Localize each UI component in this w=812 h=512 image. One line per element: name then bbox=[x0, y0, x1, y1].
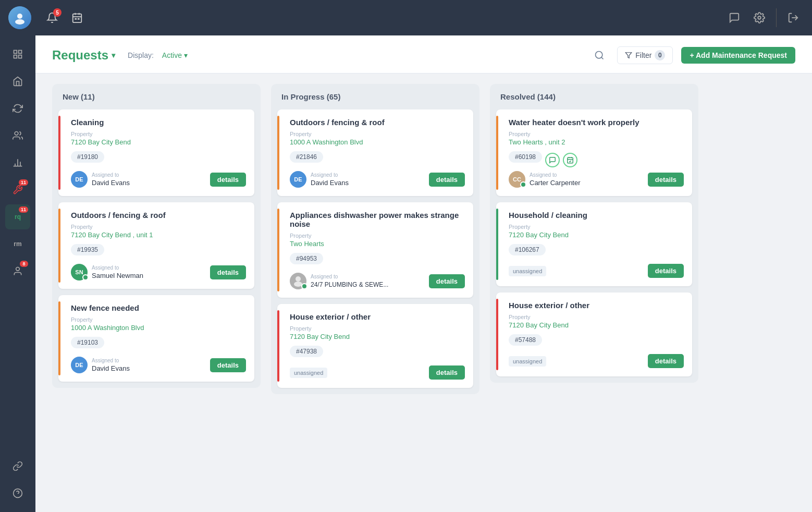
card-new-fence[interactable]: New fence needed Property 1000 A Washing… bbox=[58, 295, 254, 382]
search-button[interactable] bbox=[590, 46, 609, 65]
tools-badge: 11 bbox=[19, 179, 28, 186]
details-button[interactable]: details bbox=[210, 265, 246, 279]
app-body: 11 rq 11 rm 8 bbox=[0, 35, 812, 512]
card-appliances-dishwasher[interactable]: Appliances dishwasher power makes strang… bbox=[277, 202, 473, 298]
svg-rect-11 bbox=[19, 51, 22, 54]
details-button[interactable]: details bbox=[648, 173, 684, 187]
card-title: Appliances dishwasher power makes strang… bbox=[286, 211, 465, 228]
assigned-to: DE Assigned to David Evans bbox=[71, 171, 130, 188]
svg-rect-12 bbox=[19, 55, 22, 58]
card-house-exterior-inprogress[interactable]: House exterior / other Property 7120 Bay… bbox=[277, 304, 473, 388]
card-border bbox=[58, 209, 60, 283]
svg-rect-27 bbox=[568, 157, 573, 163]
page-title[interactable]: Requests ▾ bbox=[52, 48, 115, 63]
card-outdoors-fencing-2[interactable]: Outdoors / fencing & roof Property 1000 … bbox=[277, 109, 473, 196]
display-value[interactable]: Active ▾ bbox=[162, 51, 188, 59]
card-border bbox=[496, 299, 498, 370]
card-property-value: 1000 A Washington Blvd bbox=[286, 138, 465, 146]
card-property-value: 7120 Bay City Bend , unit 1 bbox=[67, 231, 246, 239]
details-button[interactable]: details bbox=[429, 173, 465, 187]
rq-badge: 11 bbox=[19, 206, 28, 213]
sidebar-item-home[interactable] bbox=[5, 69, 30, 94]
card-property-label: Property bbox=[286, 233, 465, 239]
card-badge: #60198 bbox=[509, 151, 542, 163]
card-household-cleaning[interactable]: Household / cleaning Property 7120 Bay C… bbox=[496, 202, 692, 286]
kanban-header-resolved: Resolved (144) bbox=[490, 84, 698, 109]
details-button[interactable]: details bbox=[210, 358, 246, 372]
details-button[interactable]: details bbox=[429, 365, 465, 380]
add-maintenance-request-button[interactable]: + Add Maintenance Request bbox=[681, 47, 795, 64]
card-property-label: Property bbox=[67, 131, 246, 137]
assignee-with-dot: CC bbox=[509, 171, 525, 188]
card-property-value: Two Hearts bbox=[286, 240, 465, 248]
kanban-column-inprogress: In Progress (65) Outdoors / fencing & ro… bbox=[271, 84, 479, 394]
assignee-avatar: DE bbox=[71, 171, 88, 188]
card-footer: Assigned to 24/7 PLUMBING & SEWE... deta… bbox=[286, 273, 465, 289]
avatar[interactable] bbox=[8, 6, 31, 29]
sidebar-item-support[interactable] bbox=[5, 481, 30, 506]
sidebar-item-rq[interactable]: rq 11 bbox=[5, 204, 30, 229]
card-property-label: Property bbox=[67, 316, 246, 323]
unassigned-badge: unassigned bbox=[509, 356, 546, 367]
sidebar-item-sync[interactable] bbox=[5, 96, 30, 121]
sidebar-item-grid[interactable] bbox=[5, 42, 30, 67]
kanban-board: New (11) Cleaning Property 7120 Bay City… bbox=[35, 74, 812, 512]
card-title: Water heater doesn't work properly bbox=[505, 118, 684, 127]
card-border bbox=[496, 116, 498, 190]
details-button[interactable]: details bbox=[648, 264, 684, 278]
page-header: Requests ▾ Display: Active ▾ Filter bbox=[35, 35, 812, 74]
card-badge: #21846 bbox=[290, 151, 323, 163]
unassigned-badge: unassigned bbox=[509, 266, 546, 276]
card-outdoors-fencing[interactable]: Outdoors / fencing & roof Property 7120 … bbox=[58, 202, 254, 289]
details-button[interactable]: details bbox=[210, 173, 246, 187]
sidebar-item-tools[interactable]: 11 bbox=[5, 177, 30, 202]
notifications-button[interactable]: 5 bbox=[42, 7, 63, 28]
card-water-heater[interactable]: Water heater doesn't work properly Prope… bbox=[496, 109, 692, 196]
card-property-label: Property bbox=[286, 325, 465, 332]
card-icons bbox=[545, 153, 577, 167]
svg-rect-6 bbox=[75, 18, 77, 20]
kanban-cards-inprogress: Outdoors / fencing & roof Property 1000 … bbox=[271, 109, 479, 394]
card-border bbox=[277, 209, 279, 291]
contacts-badge: 8 bbox=[20, 261, 28, 267]
assignee-avatar: DE bbox=[290, 171, 306, 188]
card-border bbox=[58, 301, 60, 375]
logout-button[interactable] bbox=[783, 7, 804, 28]
calendar-icon-btn[interactable] bbox=[563, 153, 577, 167]
svg-line-23 bbox=[601, 57, 604, 59]
card-title: House exterior / other bbox=[505, 301, 684, 310]
display-label: Display: bbox=[128, 51, 154, 59]
chat-button[interactable] bbox=[724, 7, 745, 28]
card-title: Household / cleaning bbox=[505, 211, 684, 220]
sidebar-item-link[interactable] bbox=[5, 454, 30, 479]
kanban-cards-resolved: Water heater doesn't work properly Prope… bbox=[490, 109, 698, 383]
sidebar-item-rm[interactable]: rm bbox=[5, 231, 30, 257]
kanban-header-inprogress: In Progress (65) bbox=[271, 84, 479, 109]
filter-button[interactable]: Filter 0 bbox=[617, 46, 673, 64]
sidebar-item-contacts[interactable]: 8 bbox=[5, 259, 30, 284]
topbar: 5 bbox=[0, 0, 812, 35]
card-property-label: Property bbox=[505, 314, 684, 320]
card-property-value: 7120 Bay City Bend bbox=[67, 138, 246, 146]
page-title-arrow: ▾ bbox=[112, 51, 115, 59]
sidebar-item-people[interactable] bbox=[5, 123, 30, 148]
main-content: Requests ▾ Display: Active ▾ Filter bbox=[35, 35, 812, 512]
svg-rect-7 bbox=[78, 18, 80, 20]
settings-button[interactable] bbox=[749, 7, 770, 28]
svg-point-22 bbox=[596, 52, 602, 58]
details-button[interactable]: details bbox=[429, 274, 465, 288]
chat-icon-btn[interactable] bbox=[545, 153, 560, 167]
card-house-exterior-resolved[interactable]: House exterior / other Property 7120 Bay… bbox=[496, 292, 692, 376]
card-footer: DE Assigned to David Evans details bbox=[67, 171, 246, 188]
assignee-with-dot: SN bbox=[71, 264, 88, 281]
assigned-to: Assigned to 24/7 PLUMBING & SEWE... bbox=[290, 273, 388, 289]
unassigned-badge: unassigned bbox=[290, 368, 327, 378]
card-cleaning[interactable]: Cleaning Property 7120 Bay City Bend #19… bbox=[58, 109, 254, 196]
sidebar-item-chart[interactable] bbox=[5, 150, 30, 175]
svg-point-8 bbox=[758, 16, 761, 19]
calendar-button[interactable] bbox=[67, 7, 88, 28]
card-border bbox=[277, 310, 279, 382]
details-button[interactable]: details bbox=[648, 354, 684, 368]
card-property-label: Property bbox=[505, 131, 684, 137]
svg-point-14 bbox=[15, 132, 18, 136]
